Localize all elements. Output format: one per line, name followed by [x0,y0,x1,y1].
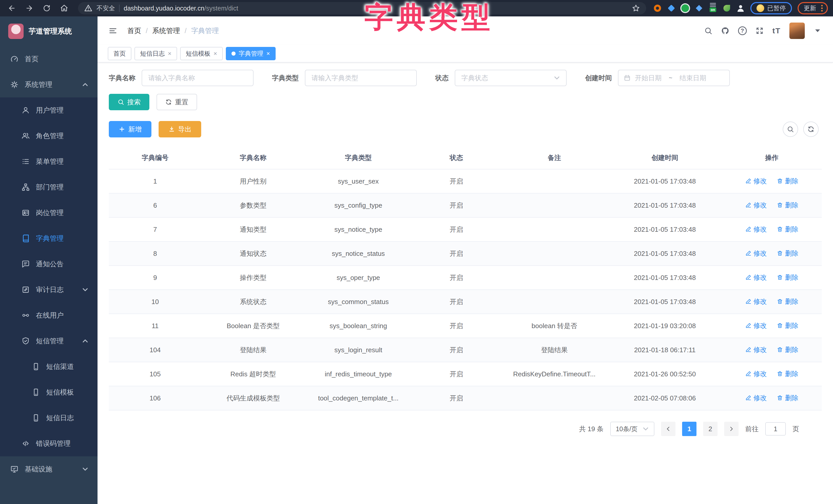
dict-type-link[interactable]: sys_notice_status [305,242,412,266]
dict-type-input[interactable] [305,70,417,86]
edit-button[interactable]: 修改 [745,345,767,354]
edit-button[interactable]: 修改 [745,177,767,185]
table-row: 6 参数类型 sys_config_type 开启 2021-01-05 17:… [109,193,822,218]
extension-diamond-icon[interactable] [695,4,703,12]
github-icon[interactable] [721,27,729,35]
add-button[interactable]: 新增 [109,121,151,137]
delete-button[interactable]: 删除 [777,321,799,330]
browser-menu-icon[interactable] [821,5,823,11]
breadcrumb-system[interactable]: 系统管理 [152,26,180,35]
sidebar-item-sms-template[interactable]: 短信模板 [0,379,97,405]
dict-type-link[interactable]: sys_common_status [305,290,412,314]
sidebar-item-dict-management[interactable]: 字典管理 [0,226,97,251]
search-button[interactable]: 搜索 [109,94,149,110]
dict-type-link[interactable]: inf_redis_timeout_type [305,362,412,386]
delete-button[interactable]: 删除 [777,249,799,258]
bookmark-star-icon[interactable] [632,4,640,12]
delete-button[interactable]: 删除 [777,177,799,185]
delete-button[interactable]: 删除 [777,273,799,282]
sidebar-item-error-code-management[interactable]: 错误码管理 [0,431,97,456]
refresh-table-button[interactable] [803,122,818,137]
address-bar[interactable]: 不安全 dashboard.yudao.iocoder.cn/system/di… [78,2,646,14]
delete-button[interactable]: 删除 [777,201,799,210]
dict-type-link[interactable]: sys_oper_type [305,266,412,290]
export-button[interactable]: 导出 [159,121,201,137]
browser-update-button[interactable]: 更新 [798,2,828,14]
edit-button[interactable]: 修改 [745,201,767,210]
help-icon[interactable] [738,26,747,35]
extension-orange-icon[interactable] [653,4,662,12]
sidebar-item-sms-channel[interactable]: 短信渠道 [0,354,97,379]
tab-home[interactable]: 首页 [108,47,132,60]
dict-type-link[interactable]: sys_notice_type [305,218,412,242]
dict-type-link[interactable]: sys_user_sex [305,169,412,193]
dict-type-link[interactable]: sys_config_type [305,193,412,218]
edit-button[interactable]: 修改 [745,394,767,402]
close-icon[interactable]: × [168,51,171,57]
toggle-search-button[interactable] [783,122,798,137]
browser-home-icon[interactable] [60,4,68,12]
edit-button[interactable]: 修改 [745,370,767,378]
link-icon [22,311,30,320]
status-select[interactable]: 字典状态 [455,70,567,86]
delete-button[interactable]: 删除 [777,225,799,234]
dict-name-input[interactable] [142,70,254,86]
edit-button[interactable]: 修改 [745,321,767,330]
extension-person-icon[interactable] [737,4,745,12]
extension-gem-icon[interactable] [667,4,675,12]
page-button-1[interactable]: 1 [682,422,696,436]
delete-button[interactable]: 删除 [777,297,799,306]
user-avatar[interactable] [789,23,805,39]
browser-forward-icon[interactable] [25,4,33,12]
edit-button[interactable]: 修改 [745,273,767,282]
sidebar-item-notice-announcement[interactable]: 通知公告 [0,251,97,277]
sidebar-item-user-management[interactable]: 用户管理 [0,97,97,123]
sidebar-item-sms-log[interactable]: 短信日志 [0,405,97,431]
code-icon [22,439,30,448]
sidebar-item-menu-management[interactable]: 菜单管理 [0,149,97,174]
caret-down-icon[interactable] [813,27,822,35]
reset-button[interactable]: 重置 [157,94,197,110]
page-button-2[interactable]: 2 [703,422,717,436]
close-icon[interactable]: × [266,51,270,57]
browser-reload-icon[interactable] [43,4,51,12]
paused-extension-badge[interactable]: 已暂停 [751,2,792,14]
date-range-picker[interactable]: 开始日期 ~ 结束日期 [618,70,730,86]
sidebar-item-audit-log[interactable]: 审计日志 [0,277,97,303]
sidebar-item-infrastructure[interactable]: 基础设施 [0,456,97,482]
dict-type-link[interactable]: sys_boolean_string [305,314,412,338]
sidebar-item-post-management[interactable]: 岗位管理 [0,200,97,226]
sidebar-item-system-management[interactable]: 系统管理 [0,72,97,97]
search-icon[interactable] [704,27,712,35]
sidebar-item-online-users[interactable]: 在线用户 [0,303,97,328]
close-icon[interactable]: × [214,51,217,57]
next-page-button[interactable] [724,422,739,436]
sidebar-item-dept-management[interactable]: 部门管理 [0,174,97,200]
text-size-icon[interactable] [772,27,781,34]
browser-back-icon[interactable] [8,4,16,12]
sidebar-item-role-management[interactable]: 角色管理 [0,123,97,149]
dict-type-link[interactable]: tool_codegen_template_t... [305,386,412,410]
edit-button[interactable]: 修改 [745,225,767,234]
screen: 字典类型 不安全 dashboard.yudao.iocoder.cn/syst… [0,0,833,504]
tab-sms-template[interactable]: 短信模板 × [180,47,223,60]
delete-button[interactable]: 删除 [777,345,799,354]
edit-button[interactable]: 修改 [745,297,767,306]
extension-on-icon[interactable]: on [709,4,717,12]
hamburger-icon[interactable] [109,27,117,35]
edit-button[interactable]: 修改 [745,249,767,258]
extension-green-icon[interactable] [681,4,689,12]
breadcrumb-home[interactable]: 首页 [127,26,141,35]
prev-page-button[interactable] [661,422,675,436]
goto-page-input[interactable] [765,422,786,435]
fullscreen-icon[interactable] [756,27,764,35]
tab-dict-management[interactable]: 字典管理 × [226,47,276,60]
delete-button[interactable]: 删除 [777,394,799,402]
dict-type-link[interactable]: sys_login_result [305,338,412,362]
delete-button[interactable]: 删除 [777,370,799,378]
sidebar-item-home[interactable]: 首页 [0,46,97,72]
page-size-select[interactable]: 10条/页 [610,422,654,436]
extension-leaf-icon[interactable] [723,4,731,12]
sidebar-item-sms-management[interactable]: 短信管理 [0,328,97,354]
tab-sms-log[interactable]: 短信日志 × [135,47,177,60]
